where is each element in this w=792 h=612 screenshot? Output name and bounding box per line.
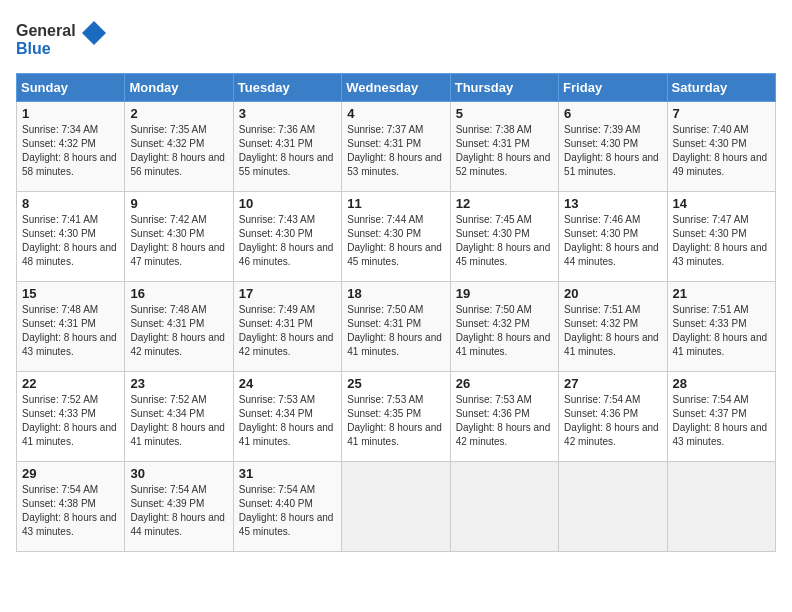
day-info: Sunrise: 7:37 AMSunset: 4:31 PMDaylight:…: [347, 123, 444, 179]
day-info: Sunrise: 7:52 AMSunset: 4:34 PMDaylight:…: [130, 393, 227, 449]
day-number: 6: [564, 106, 661, 121]
day-info: Sunrise: 7:48 AMSunset: 4:31 PMDaylight:…: [22, 303, 119, 359]
day-number: 27: [564, 376, 661, 391]
day-info: Sunrise: 7:41 AMSunset: 4:30 PMDaylight:…: [22, 213, 119, 269]
day-info: Sunrise: 7:44 AMSunset: 4:30 PMDaylight:…: [347, 213, 444, 269]
calendar-cell: 3Sunrise: 7:36 AMSunset: 4:31 PMDaylight…: [233, 102, 341, 192]
day-number: 20: [564, 286, 661, 301]
day-info: Sunrise: 7:50 AMSunset: 4:31 PMDaylight:…: [347, 303, 444, 359]
day-info: Sunrise: 7:53 AMSunset: 4:35 PMDaylight:…: [347, 393, 444, 449]
calendar-cell: 11Sunrise: 7:44 AMSunset: 4:30 PMDayligh…: [342, 192, 450, 282]
day-info: Sunrise: 7:36 AMSunset: 4:31 PMDaylight:…: [239, 123, 336, 179]
logo-svg: General Blue: [16, 16, 106, 61]
day-number: 30: [130, 466, 227, 481]
day-number: 13: [564, 196, 661, 211]
day-info: Sunrise: 7:35 AMSunset: 4:32 PMDaylight:…: [130, 123, 227, 179]
weekday-header-row: SundayMondayTuesdayWednesdayThursdayFrid…: [17, 74, 776, 102]
day-number: 31: [239, 466, 336, 481]
day-number: 1: [22, 106, 119, 121]
day-number: 12: [456, 196, 553, 211]
day-info: Sunrise: 7:45 AMSunset: 4:30 PMDaylight:…: [456, 213, 553, 269]
calendar-cell: 29Sunrise: 7:54 AMSunset: 4:38 PMDayligh…: [17, 462, 125, 552]
day-info: Sunrise: 7:54 AMSunset: 4:39 PMDaylight:…: [130, 483, 227, 539]
calendar-cell: 27Sunrise: 7:54 AMSunset: 4:36 PMDayligh…: [559, 372, 667, 462]
calendar-cell: 24Sunrise: 7:53 AMSunset: 4:34 PMDayligh…: [233, 372, 341, 462]
calendar-cell: 25Sunrise: 7:53 AMSunset: 4:35 PMDayligh…: [342, 372, 450, 462]
calendar-cell: 14Sunrise: 7:47 AMSunset: 4:30 PMDayligh…: [667, 192, 775, 282]
day-info: Sunrise: 7:52 AMSunset: 4:33 PMDaylight:…: [22, 393, 119, 449]
svg-marker-2: [82, 21, 106, 45]
day-info: Sunrise: 7:43 AMSunset: 4:30 PMDaylight:…: [239, 213, 336, 269]
day-info: Sunrise: 7:51 AMSunset: 4:33 PMDaylight:…: [673, 303, 770, 359]
day-number: 28: [673, 376, 770, 391]
day-number: 16: [130, 286, 227, 301]
day-number: 23: [130, 376, 227, 391]
day-info: Sunrise: 7:53 AMSunset: 4:34 PMDaylight:…: [239, 393, 336, 449]
weekday-header-wednesday: Wednesday: [342, 74, 450, 102]
logo: General Blue: [16, 16, 106, 61]
calendar-cell: 12Sunrise: 7:45 AMSunset: 4:30 PMDayligh…: [450, 192, 558, 282]
weekday-header-thursday: Thursday: [450, 74, 558, 102]
calendar-week-5: 29Sunrise: 7:54 AMSunset: 4:38 PMDayligh…: [17, 462, 776, 552]
day-number: 15: [22, 286, 119, 301]
day-number: 19: [456, 286, 553, 301]
calendar-table: SundayMondayTuesdayWednesdayThursdayFrid…: [16, 73, 776, 552]
day-number: 22: [22, 376, 119, 391]
day-info: Sunrise: 7:54 AMSunset: 4:36 PMDaylight:…: [564, 393, 661, 449]
day-info: Sunrise: 7:48 AMSunset: 4:31 PMDaylight:…: [130, 303, 227, 359]
calendar-cell: 21Sunrise: 7:51 AMSunset: 4:33 PMDayligh…: [667, 282, 775, 372]
calendar-cell: 7Sunrise: 7:40 AMSunset: 4:30 PMDaylight…: [667, 102, 775, 192]
calendar-cell: [667, 462, 775, 552]
calendar-cell: 26Sunrise: 7:53 AMSunset: 4:36 PMDayligh…: [450, 372, 558, 462]
day-info: Sunrise: 7:54 AMSunset: 4:40 PMDaylight:…: [239, 483, 336, 539]
day-number: 7: [673, 106, 770, 121]
calendar-cell: 6Sunrise: 7:39 AMSunset: 4:30 PMDaylight…: [559, 102, 667, 192]
day-number: 11: [347, 196, 444, 211]
calendar-cell: [559, 462, 667, 552]
day-info: Sunrise: 7:53 AMSunset: 4:36 PMDaylight:…: [456, 393, 553, 449]
calendar-week-4: 22Sunrise: 7:52 AMSunset: 4:33 PMDayligh…: [17, 372, 776, 462]
calendar-cell: 30Sunrise: 7:54 AMSunset: 4:39 PMDayligh…: [125, 462, 233, 552]
calendar-cell: 19Sunrise: 7:50 AMSunset: 4:32 PMDayligh…: [450, 282, 558, 372]
day-info: Sunrise: 7:40 AMSunset: 4:30 PMDaylight:…: [673, 123, 770, 179]
day-number: 14: [673, 196, 770, 211]
weekday-header-saturday: Saturday: [667, 74, 775, 102]
calendar-cell: 13Sunrise: 7:46 AMSunset: 4:30 PMDayligh…: [559, 192, 667, 282]
day-info: Sunrise: 7:39 AMSunset: 4:30 PMDaylight:…: [564, 123, 661, 179]
day-info: Sunrise: 7:38 AMSunset: 4:31 PMDaylight:…: [456, 123, 553, 179]
calendar-cell: 20Sunrise: 7:51 AMSunset: 4:32 PMDayligh…: [559, 282, 667, 372]
calendar-cell: 5Sunrise: 7:38 AMSunset: 4:31 PMDaylight…: [450, 102, 558, 192]
day-number: 21: [673, 286, 770, 301]
day-number: 10: [239, 196, 336, 211]
calendar-cell: 31Sunrise: 7:54 AMSunset: 4:40 PMDayligh…: [233, 462, 341, 552]
day-number: 9: [130, 196, 227, 211]
calendar-cell: 22Sunrise: 7:52 AMSunset: 4:33 PMDayligh…: [17, 372, 125, 462]
calendar-cell: [450, 462, 558, 552]
day-info: Sunrise: 7:50 AMSunset: 4:32 PMDaylight:…: [456, 303, 553, 359]
calendar-cell: 4Sunrise: 7:37 AMSunset: 4:31 PMDaylight…: [342, 102, 450, 192]
weekday-header-friday: Friday: [559, 74, 667, 102]
day-number: 18: [347, 286, 444, 301]
page-header: General Blue: [16, 16, 776, 61]
day-info: Sunrise: 7:54 AMSunset: 4:37 PMDaylight:…: [673, 393, 770, 449]
day-number: 4: [347, 106, 444, 121]
calendar-cell: 16Sunrise: 7:48 AMSunset: 4:31 PMDayligh…: [125, 282, 233, 372]
weekday-header-sunday: Sunday: [17, 74, 125, 102]
day-info: Sunrise: 7:49 AMSunset: 4:31 PMDaylight:…: [239, 303, 336, 359]
calendar-cell: 1Sunrise: 7:34 AMSunset: 4:32 PMDaylight…: [17, 102, 125, 192]
calendar-cell: 9Sunrise: 7:42 AMSunset: 4:30 PMDaylight…: [125, 192, 233, 282]
calendar-week-3: 15Sunrise: 7:48 AMSunset: 4:31 PMDayligh…: [17, 282, 776, 372]
day-number: 25: [347, 376, 444, 391]
calendar-cell: 15Sunrise: 7:48 AMSunset: 4:31 PMDayligh…: [17, 282, 125, 372]
calendar-cell: 8Sunrise: 7:41 AMSunset: 4:30 PMDaylight…: [17, 192, 125, 282]
day-info: Sunrise: 7:51 AMSunset: 4:32 PMDaylight:…: [564, 303, 661, 359]
svg-text:General: General: [16, 22, 76, 39]
day-info: Sunrise: 7:47 AMSunset: 4:30 PMDaylight:…: [673, 213, 770, 269]
calendar-cell: [342, 462, 450, 552]
calendar-cell: 17Sunrise: 7:49 AMSunset: 4:31 PMDayligh…: [233, 282, 341, 372]
day-number: 2: [130, 106, 227, 121]
calendar-week-2: 8Sunrise: 7:41 AMSunset: 4:30 PMDaylight…: [17, 192, 776, 282]
calendar-cell: 10Sunrise: 7:43 AMSunset: 4:30 PMDayligh…: [233, 192, 341, 282]
weekday-header-tuesday: Tuesday: [233, 74, 341, 102]
day-number: 8: [22, 196, 119, 211]
